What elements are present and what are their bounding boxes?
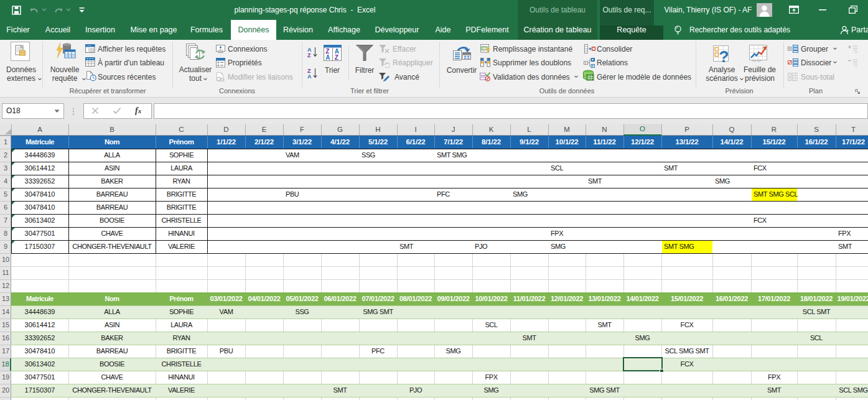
svg-text:A: A — [307, 47, 312, 53]
svg-text:A: A — [307, 73, 312, 80]
svg-text:A: A — [325, 54, 330, 61]
svg-text:Z: Z — [335, 54, 338, 61]
svg-text:Z: Z — [307, 52, 311, 58]
svg-text:Z: Z — [307, 68, 311, 74]
svg-text:?: ? — [719, 47, 729, 65]
